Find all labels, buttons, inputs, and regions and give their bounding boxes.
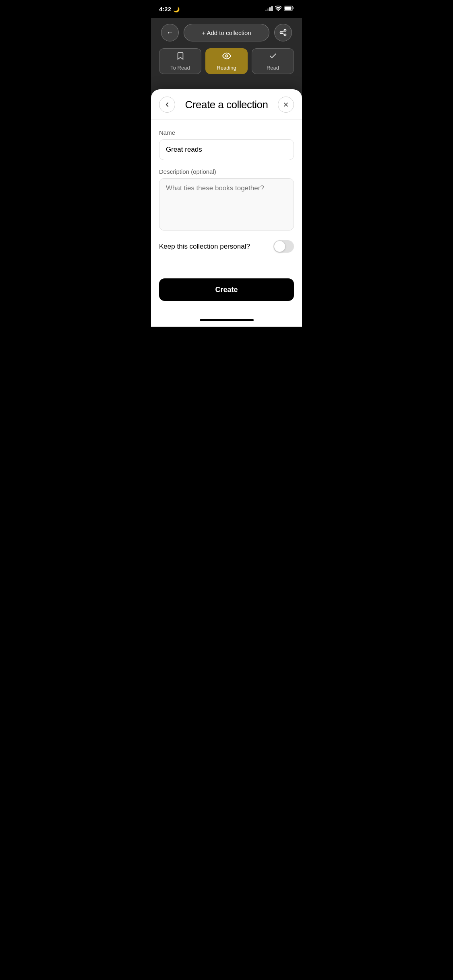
modal-body: Name Description (optional) Keep this co… xyxy=(151,119,302,278)
description-label: Description (optional) xyxy=(159,168,294,175)
svg-line-7 xyxy=(282,31,284,32)
bg-read-button: Read xyxy=(252,48,294,74)
eye-icon xyxy=(222,51,231,62)
toggle-label: Keep this collection personal? xyxy=(159,243,250,251)
bg-to-read-button: To Read xyxy=(159,48,201,74)
status-bar: 4:22 xyxy=(151,0,302,18)
bg-add-collection-button: + Add to collection xyxy=(184,24,269,41)
create-collection-modal: Create a collection Name Description (op… xyxy=(151,89,302,327)
description-field-group: Description (optional) xyxy=(159,168,294,231)
bg-nav-row: ← + Add to collection xyxy=(159,24,294,41)
name-label: Name xyxy=(159,129,294,136)
check-icon xyxy=(269,51,277,62)
toggle-knob xyxy=(274,241,285,252)
modal-close-button[interactable] xyxy=(278,97,294,113)
modal-back-button[interactable] xyxy=(159,97,175,113)
svg-point-8 xyxy=(225,55,228,57)
bookmark-icon xyxy=(176,51,185,62)
battery-icon xyxy=(284,6,294,12)
home-indicator xyxy=(151,313,302,327)
bg-share-button xyxy=(274,24,292,41)
svg-rect-2 xyxy=(285,7,292,10)
bg-reading-button: Reading xyxy=(205,48,248,74)
name-field-group: Name xyxy=(159,129,294,160)
modal-title: Create a collection xyxy=(185,99,268,111)
wifi-icon xyxy=(275,6,281,12)
signal-icon xyxy=(265,6,273,11)
moon-icon xyxy=(173,6,180,12)
home-bar xyxy=(200,319,254,321)
modal-header: Create a collection xyxy=(151,89,302,119)
personal-toggle[interactable] xyxy=(273,240,294,253)
svg-rect-1 xyxy=(293,7,294,9)
svg-line-6 xyxy=(282,33,284,34)
modal-title-area: Create a collection xyxy=(175,99,278,111)
bg-status-row: To Read Reading Read xyxy=(159,48,294,74)
clock-label: 4:22 xyxy=(159,6,171,12)
status-icons xyxy=(265,6,294,12)
personal-toggle-row: Keep this collection personal? xyxy=(159,239,294,254)
bg-back-button: ← xyxy=(161,24,179,41)
description-input[interactable] xyxy=(159,178,294,231)
name-input[interactable] xyxy=(159,139,294,160)
status-time: 4:22 xyxy=(159,6,180,12)
create-button[interactable]: Create xyxy=(159,278,294,301)
